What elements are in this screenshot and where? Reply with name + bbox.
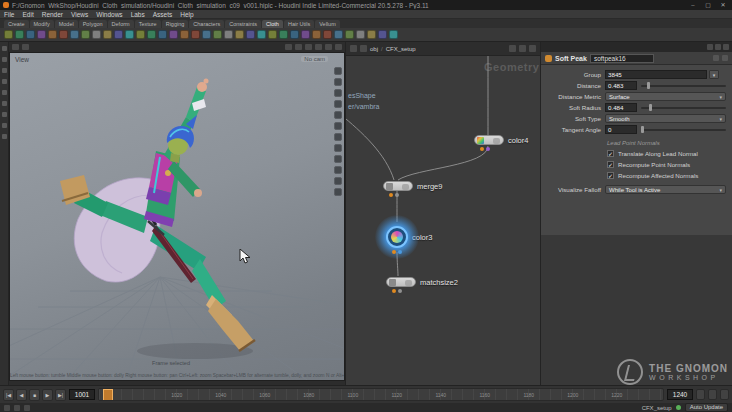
snap-icon[interactable] [285, 44, 292, 50]
transport-button-3[interactable]: ▶ [42, 389, 53, 401]
soft-radius-slider[interactable] [641, 103, 726, 112]
viewport-tool-icon[interactable] [334, 188, 342, 196]
viewport-tool-icon[interactable] [334, 100, 342, 108]
side-tool-icon[interactable] [2, 90, 7, 95]
shelf-tool-icon[interactable] [48, 30, 57, 39]
node-merge9[interactable]: merge9 [383, 181, 442, 191]
shelf-tool-icon[interactable] [125, 30, 134, 39]
menu-views[interactable]: Views [71, 11, 88, 18]
side-tool-icon[interactable] [2, 79, 7, 84]
playbar-options-icon[interactable] [720, 389, 729, 400]
realtime-toggle-icon[interactable] [696, 389, 705, 400]
side-tool-icon[interactable] [2, 68, 7, 73]
path-root[interactable]: obj [370, 46, 378, 52]
distance-metric-dropdown[interactable]: Surface [605, 92, 726, 101]
shelf-tool-icon[interactable] [202, 30, 211, 39]
menu-labs[interactable]: Labs [131, 11, 145, 18]
shelf-tab-characters[interactable]: Characters [189, 20, 224, 28]
shelf-tool-icon[interactable] [235, 30, 244, 39]
title-bar[interactable]: F:/Gnomon_WrkShop/Houdini_Cloth_simulati… [0, 0, 732, 10]
maximize-button[interactable]: ▢ [702, 1, 714, 10]
viewport-tool-icon[interactable] [334, 155, 342, 163]
shelf-tool-icon[interactable] [114, 30, 123, 39]
network-canvas[interactable]: Geometry esShape er/vambra color4 [346, 56, 542, 385]
group-select-button[interactable]: ▾ [709, 70, 719, 79]
side-tool-icon[interactable] [2, 46, 7, 51]
shelf-tab-constraints[interactable]: Constraints [225, 20, 261, 28]
network-home-icon[interactable] [360, 45, 367, 52]
transport-button-1[interactable]: ◀ [16, 389, 27, 401]
cook-status-icon[interactable] [24, 405, 30, 411]
side-tool-icon[interactable] [2, 57, 7, 62]
viewport-tool-icon[interactable] [334, 144, 342, 152]
shelf-tool-icon[interactable] [136, 30, 145, 39]
viewport-tool-icon[interactable] [334, 133, 342, 141]
auto-update-dropdown[interactable]: Auto Update [685, 403, 728, 412]
current-frame-field[interactable]: 1001 [69, 389, 95, 400]
rotate-tool-icon[interactable] [315, 44, 322, 50]
distance-slider[interactable] [641, 81, 726, 90]
node-body[interactable] [386, 226, 408, 248]
network-grid-icon[interactable] [519, 45, 526, 52]
menu-render[interactable]: Render [42, 11, 63, 18]
node-name-field[interactable]: softpeak16 [590, 54, 654, 63]
camera-selector[interactable]: No cam [301, 56, 328, 62]
side-tool-icon[interactable] [2, 123, 7, 128]
tangent-angle-slider[interactable] [641, 125, 726, 134]
network-options-icon[interactable] [529, 45, 536, 52]
shelf-tool-icon[interactable] [246, 30, 255, 39]
view-menu-label[interactable]: View [15, 56, 29, 63]
shelf-tool-icon[interactable] [224, 30, 233, 39]
pane-close-icon[interactable] [723, 44, 729, 50]
menu-help[interactable]: Help [180, 11, 193, 18]
handles-icon[interactable] [335, 44, 342, 50]
pane-maximize-icon[interactable] [715, 44, 721, 50]
shelf-tool-icon[interactable] [356, 30, 365, 39]
shelf-tab-polygon[interactable]: Polygon [79, 20, 107, 28]
timeline-slider[interactable]: 1020104010601080110011201140116011801200… [98, 388, 664, 401]
network-snapshot-icon[interactable] [509, 45, 516, 52]
move-tool-icon[interactable] [305, 44, 312, 50]
viewport-tool-icon[interactable] [334, 122, 342, 130]
shelf-tab-create[interactable]: Create [4, 20, 29, 28]
shelf-tool-icon[interactable] [334, 30, 343, 39]
pin-icon[interactable] [707, 44, 713, 50]
shelf-tool-icon[interactable] [345, 30, 354, 39]
close-button[interactable]: ✕ [717, 1, 729, 10]
pane-menu-icon[interactable] [12, 44, 19, 50]
shelf-tool-icon[interactable] [389, 30, 398, 39]
shelf-tab-model[interactable]: Model [55, 20, 78, 28]
network-pane-menu-icon[interactable] [350, 45, 357, 52]
node-color4[interactable]: color4 [474, 135, 528, 145]
node-body[interactable] [386, 277, 416, 287]
shelf-tool-icon[interactable] [37, 30, 46, 39]
recompute-affected-normals-checkbox[interactable]: ✓ [607, 172, 614, 179]
translate-along-checkbox[interactable]: ✓ [607, 150, 614, 157]
shelf-tool-icon[interactable] [213, 30, 222, 39]
shelf-tool-icon[interactable] [323, 30, 332, 39]
side-tool-icon[interactable] [2, 101, 7, 106]
viewport-tool-icon[interactable] [334, 166, 342, 174]
tangent-angle-field[interactable]: 0 [605, 125, 637, 134]
scale-tool-icon[interactable] [325, 44, 332, 50]
shelf-tool-icon[interactable] [147, 30, 156, 39]
shelf-tool-icon[interactable] [268, 30, 277, 39]
shelf-tool-icon[interactable] [180, 30, 189, 39]
distance-field[interactable]: 0.483 [605, 81, 637, 90]
minimize-button[interactable]: – [687, 1, 699, 10]
shelf-tool-icon[interactable] [257, 30, 266, 39]
transport-button-2[interactable]: ■ [29, 389, 40, 401]
shelf-tool-icon[interactable] [4, 30, 13, 39]
shelf-tool-icon[interactable] [70, 30, 79, 39]
viewport-tool-icon[interactable] [334, 111, 342, 119]
shelf-tool-icon[interactable] [158, 30, 167, 39]
node-color3[interactable]: color3 [386, 226, 432, 248]
shelf-tool-icon[interactable] [378, 30, 387, 39]
transport-button-4[interactable]: ▶| [55, 389, 66, 401]
shelf-tool-icon[interactable] [279, 30, 288, 39]
message-log-icon[interactable] [4, 405, 10, 411]
shelf-tab-texture[interactable]: Texture [135, 20, 161, 28]
shelf-tool-icon[interactable] [301, 30, 310, 39]
shelf-tool-icon[interactable] [312, 30, 321, 39]
shelf-tool-icon[interactable] [290, 30, 299, 39]
